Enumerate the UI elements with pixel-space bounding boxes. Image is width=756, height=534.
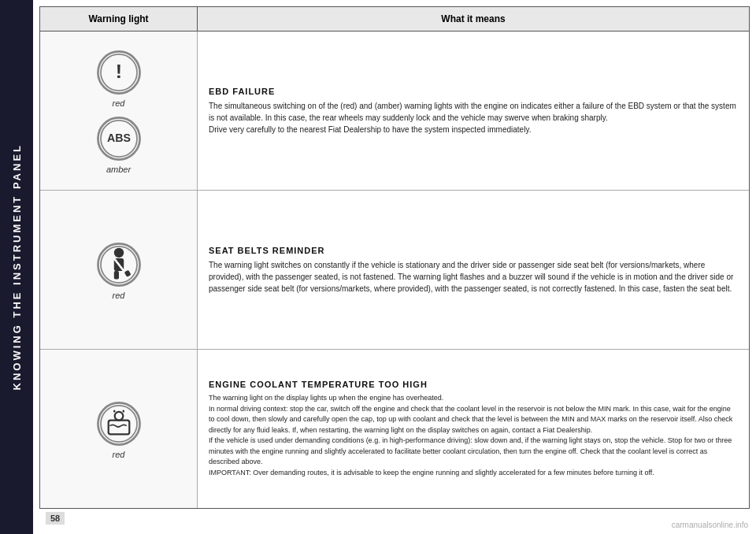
watermark: carmanualsonline.info bbox=[672, 521, 748, 529]
abs-icon: ABS bbox=[94, 114, 143, 163]
icon-label-2: red bbox=[113, 291, 125, 300]
warning-cell-3: red bbox=[40, 350, 198, 508]
table-row: red ENGINE COOLANT TEMPERATURE TOO HIGH … bbox=[40, 350, 749, 508]
page-footer: 58 bbox=[39, 509, 750, 528]
svg-text:!: ! bbox=[115, 61, 121, 82]
section-title-3: ENGINE COOLANT TEMPERATURE TOO HIGH bbox=[209, 380, 738, 389]
svg-rect-11 bbox=[124, 269, 131, 276]
icon-wrapper-exclamation: ! red bbox=[94, 48, 143, 108]
icon-label-3: red bbox=[113, 450, 125, 459]
exclamation-circle-icon: ! bbox=[94, 48, 143, 97]
header-col2: What it means bbox=[198, 7, 749, 31]
svg-point-13 bbox=[98, 402, 139, 444]
means-cell-2: SEAT BELTS REMINDER The warning light sw… bbox=[198, 191, 749, 349]
table-row: red SEAT BELTS REMINDER The warning ligh… bbox=[40, 191, 749, 350]
table-body: ! red ABS amber EBD FAILURE The simultan… bbox=[39, 32, 750, 509]
svg-point-16 bbox=[114, 411, 123, 420]
icon-label-1a: red bbox=[113, 98, 125, 108]
section-title-1: EBD FAILURE bbox=[209, 87, 738, 96]
seatbelt-icon bbox=[94, 240, 143, 289]
svg-text:ABS: ABS bbox=[107, 132, 131, 144]
means-cell-3: ENGINE COOLANT TEMPERATURE TOO HIGH The … bbox=[198, 350, 749, 508]
section-body-2: The warning light switches on constantly… bbox=[209, 259, 738, 295]
icon-wrapper-seatbelt: red bbox=[94, 240, 143, 300]
page-number: 58 bbox=[46, 512, 65, 525]
section-body-3: The warning light on the display lights … bbox=[209, 393, 738, 478]
table-header: Warning light What it means bbox=[39, 6, 750, 32]
icon-label-1b: amber bbox=[106, 165, 131, 174]
warning-cell-2: red bbox=[40, 191, 198, 349]
header-col1: Warning light bbox=[40, 7, 198, 31]
icon-wrapper-abs: ABS amber bbox=[94, 114, 143, 174]
coolant-icon bbox=[94, 399, 143, 448]
main-content: Warning light What it means ! red bbox=[33, 0, 756, 534]
sidebar-label: KNOWING THE INSTRUMENT PANEL bbox=[11, 143, 23, 390]
sidebar: KNOWING THE INSTRUMENT PANEL bbox=[0, 0, 33, 534]
svg-point-8 bbox=[113, 247, 123, 257]
section-body-1: The simultaneous switching on of the (re… bbox=[209, 100, 738, 135]
icon-wrapper-coolant: red bbox=[94, 399, 143, 459]
svg-rect-10 bbox=[113, 270, 118, 279]
table-row: ! red ABS amber EBD FAILURE The simultan… bbox=[40, 32, 749, 191]
means-cell-1: EBD FAILURE The simultaneous switching o… bbox=[198, 32, 749, 190]
warning-cell-1: ! red ABS amber bbox=[40, 32, 198, 190]
section-title-2: SEAT BELTS REMINDER bbox=[209, 246, 738, 255]
